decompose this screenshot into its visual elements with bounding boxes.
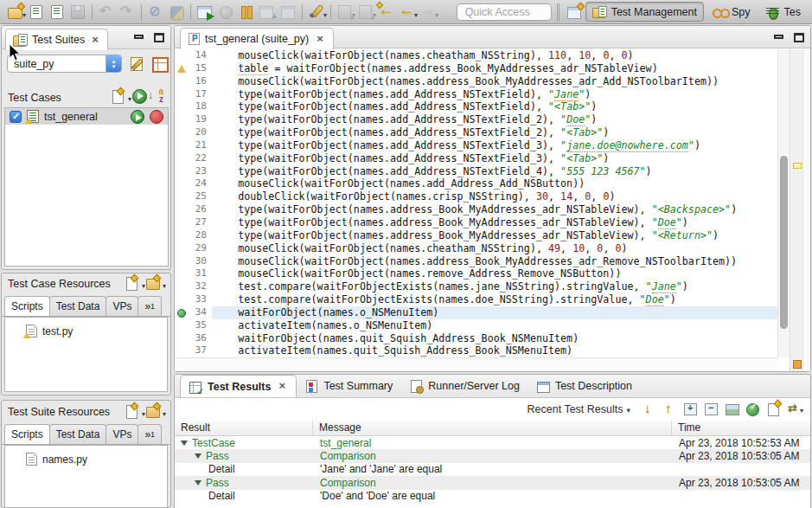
new-report-icon[interactable]: [764, 401, 783, 418]
code-line-18[interactable]: 18 type(waitForObject(names.add_Address_…: [175, 100, 777, 113]
checkbox-checked-icon[interactable]: [10, 111, 22, 123]
recent-test-results-dropdown[interactable]: Recent Test Results: [527, 403, 630, 415]
new-folder-icon[interactable]: [145, 403, 166, 420]
run-test-suite-icon[interactable]: [195, 2, 215, 23]
code-line-19[interactable]: 19 type(waitForObject(names.add_Address_…: [175, 113, 777, 126]
column-message[interactable]: Message: [313, 421, 672, 435]
copy-test-case-icon[interactable]: [47, 2, 67, 23]
combo-stepper-icon[interactable]: [105, 55, 121, 72]
minimize-button[interactable]: [774, 35, 783, 39]
ruler-warning-marker[interactable]: [793, 163, 802, 169]
run-test-case-icon[interactable]: [131, 110, 144, 124]
code-line-33[interactable]: 33 test.compare(waitForObjectExists(name…: [175, 293, 777, 306]
new-file-icon[interactable]: [125, 403, 145, 420]
code-line-36[interactable]: 36 waitForObject(names.quit_Squish_Addre…: [175, 332, 777, 345]
tab-vps[interactable]: VPs: [105, 296, 138, 316]
copy-test-suite-icon[interactable]: [26, 2, 47, 23]
file-row-test-py[interactable]: test.py: [26, 325, 167, 338]
last-edit-location-icon[interactable]: [376, 2, 397, 23]
back-arrow-icon[interactable]: [397, 2, 418, 23]
code-lines[interactable]: 14 mouseClick(waitForObject(names.cheath…: [175, 49, 777, 357]
code-line-26[interactable]: 26 type(waitForObject(names.address_Book…: [175, 203, 777, 216]
expander-icon[interactable]: [181, 440, 188, 446]
maximize-button[interactable]: [794, 33, 804, 42]
sort-az-icon[interactable]: az: [148, 88, 165, 105]
code-line-35[interactable]: 35 activateItem(names.o_NSMenuItem): [175, 319, 777, 332]
expand-all-icon[interactable]: [681, 401, 700, 418]
new-test-case-icon[interactable]: [111, 88, 131, 105]
code-line-23[interactable]: 23 type(waitForObject(names.add_Address_…: [175, 165, 777, 178]
maximize-button[interactable]: [154, 33, 164, 42]
ruler-bottom-marker[interactable]: [793, 360, 802, 369]
test-case-row-tst-general[interactable]: tst_general: [5, 108, 168, 125]
code-line-27[interactable]: 27 type(waitForObject(names.address_Book…: [175, 216, 777, 229]
tab-test-results[interactable]: Test Results: [180, 375, 297, 397]
show-passes-icon[interactable]: [744, 401, 762, 418]
code-line-15[interactable]: 15 table = waitForObject(names.address_B…: [175, 62, 777, 75]
record-test-case-icon[interactable]: [150, 110, 163, 124]
code-line-17[interactable]: 17 type(waitForObject(names.add_Address_…: [175, 88, 777, 101]
next-result-down-arrow-icon[interactable]: [640, 401, 658, 418]
code-line-25[interactable]: 25 doubleClick(waitForObject(names.crisp…: [175, 190, 777, 203]
import-export-icon[interactable]: [785, 401, 803, 418]
column-result[interactable]: Result: [175, 421, 313, 435]
screenshot-icon[interactable]: [723, 401, 741, 418]
minimize-button[interactable]: [134, 35, 144, 39]
tab-scripts[interactable]: Scripts: [4, 296, 50, 316]
code-line-14[interactable]: 14 mouseClick(waitForObject(names.cheath…: [175, 49, 777, 62]
close-icon[interactable]: [91, 35, 100, 45]
tab-test-data[interactable]: Test Data: [49, 296, 107, 316]
file-row-names-py[interactable]: names.py: [26, 453, 167, 466]
close-icon[interactable]: [316, 35, 325, 44]
perspective-spy[interactable]: Spy: [707, 2, 757, 22]
code-line-20[interactable]: 20 type(waitForObject(names.add_Address_…: [175, 126, 777, 139]
result-row[interactable]: PassComparisonApr 23, 2018 10:53:05 AM: [175, 476, 810, 489]
code-line-24[interactable]: 24 mouseClick(waitForObject(names.add_Ad…: [175, 177, 777, 190]
new-folder-icon[interactable]: [145, 275, 166, 292]
perspective-test-management[interactable]: Test Management: [585, 2, 704, 22]
perspective-test-center[interactable]: Tes: [759, 2, 807, 22]
previous-result-up-arrow-icon[interactable]: [661, 401, 679, 418]
new-file-icon[interactable]: [125, 275, 145, 292]
column-time[interactable]: Time: [672, 421, 810, 435]
tab-test-description[interactable]: Test Description: [528, 375, 641, 397]
expander-icon[interactable]: [195, 453, 201, 459]
editor-tab-tst-general[interactable]: tst_general (suite_py): [180, 28, 334, 49]
code-line-30[interactable]: 30 mouseClick(waitForObject(names.addres…: [175, 255, 777, 268]
run-test-suite-icon[interactable]: [131, 88, 148, 105]
code-line-16[interactable]: 16 mouseClick(waitForObject(names.addres…: [175, 75, 777, 88]
code-line-31[interactable]: 31 mouseClick(waitForObject(names.remove…: [175, 267, 777, 280]
code-line-32[interactable]: 32 test.compare(waitForObjectExists(name…: [175, 280, 777, 293]
code-line-21[interactable]: 21 type(waitForObject(names.add_Address_…: [175, 139, 777, 152]
editor-horizontal-scrollbar[interactable]: [175, 357, 777, 372]
code-line-34[interactable]: 34 waitForObject(names.o_NSMenuItem): [175, 306, 777, 319]
current-marker-icon[interactable]: [175, 306, 189, 319]
close-icon[interactable]: [278, 382, 287, 391]
tab-runner-server-log[interactable]: Runner/Server Log: [401, 375, 528, 397]
tab-vps[interactable]: VPs: [105, 424, 138, 444]
tab-test-data[interactable]: Test Data: [49, 424, 107, 444]
tab-scripts[interactable]: Scripts: [4, 424, 50, 444]
tab-test-summary[interactable]: Test Summary: [297, 375, 401, 397]
tab-overflow[interactable]: »1: [137, 424, 162, 444]
code-line-29[interactable]: 29 mouseClick(waitForObject(names.cheath…: [175, 242, 777, 255]
result-row[interactable]: Detail'Doe' and 'Doe' are equal: [175, 490, 810, 503]
result-row[interactable]: PassComparisonApr 23, 2018 10:53:05 AM: [175, 449, 810, 462]
pause-icon[interactable]: [236, 2, 257, 23]
collapse-all-icon[interactable]: [702, 401, 720, 418]
code-line-22[interactable]: 22 type(waitForObject(names.add_Address_…: [175, 152, 777, 165]
new-test-suite-icon[interactable]: [5, 2, 26, 23]
object-highlight-brush-icon[interactable]: [306, 2, 327, 23]
tab-overflow[interactable]: »1: [137, 296, 162, 316]
scrollbar-thumb[interactable]: [780, 156, 788, 329]
suite-selector[interactable]: suite_py: [7, 55, 122, 73]
quick-access-input[interactable]: [457, 3, 552, 21]
expander-icon[interactable]: [195, 480, 201, 485]
code-line-37[interactable]: 37 activateItem(names.quit_Squish_Addres…: [175, 344, 777, 357]
code-line-28[interactable]: 28 type(waitForObject(names.address_Book…: [175, 229, 777, 242]
editor-vertical-scrollbar[interactable]: [777, 49, 790, 357]
suite-config-table-icon[interactable]: [150, 55, 167, 72]
open-perspective-button[interactable]: [565, 2, 585, 23]
warning-marker-icon[interactable]: [175, 62, 189, 75]
result-row[interactable]: Detail'Jane' and 'Jane' are equal: [175, 463, 810, 476]
